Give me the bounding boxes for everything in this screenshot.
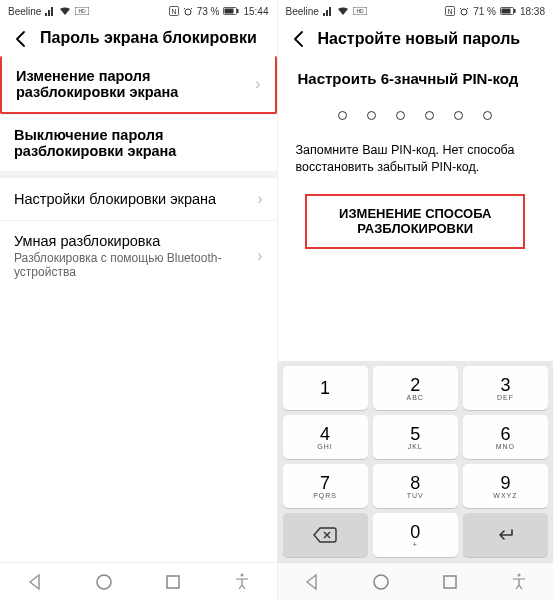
wifi-icon [59,6,71,16]
key-1[interactable]: 1 [283,366,368,410]
header: Пароль экрана блокировки [0,22,277,56]
nav-home-icon[interactable] [370,571,392,593]
item-label: Умная разблокировка [14,233,251,249]
key-backspace[interactable] [283,513,368,557]
settings-item-lock-settings[interactable]: Настройки блокировки экрана › [0,177,277,220]
carrier-label: Beeline [286,6,319,17]
alarm-icon [183,6,193,16]
back-button[interactable] [10,28,32,50]
key-6[interactable]: 6MNO [463,415,548,459]
clock-label: 18:38 [520,6,545,17]
carrier-label: Beeline [8,6,41,17]
phone-right-pin-setup: Beeline HD N 71 % 18:38 Настройте новый … [277,0,554,600]
pin-dot [338,111,347,120]
nfc-icon: N [445,6,455,16]
svg-text:N: N [448,8,453,15]
battery-label: 73 % [197,6,220,17]
svg-rect-9 [167,576,179,588]
pin-dot [367,111,376,120]
svg-point-4 [185,9,191,15]
nfc-icon: N [169,6,179,16]
page-title: Пароль экрана блокировки [40,28,257,47]
nav-recent-icon[interactable] [439,571,461,593]
svg-point-8 [97,575,111,589]
svg-rect-7 [237,9,239,13]
header: Настройте новый пароль [278,22,554,56]
svg-text:N: N [171,8,176,15]
svg-point-21 [517,573,520,576]
key-3[interactable]: 3DEF [463,366,548,410]
key-5[interactable]: 5JKL [373,415,458,459]
svg-rect-18 [514,9,516,13]
battery-label: 71 % [473,6,496,17]
change-unlock-method-button[interactable]: ИЗМЕНЕНИЕ СПОСОБА РАЗБЛОКИРОВКИ [305,194,525,249]
key-enter[interactable] [463,513,548,557]
key-8[interactable]: 8TUV [373,464,458,508]
nav-home-icon[interactable] [93,571,115,593]
pin-setup-heading: Настроить 6-значный PIN-код [278,56,554,95]
settings-item-disable-password[interactable]: Выключение пароля разблокировки экрана [0,114,277,171]
android-navbar [278,562,554,600]
nav-back-icon[interactable] [301,571,323,593]
chevron-right-icon: › [257,247,262,265]
back-button[interactable] [288,28,310,50]
item-sublabel: Разблокировка с помощью Bluetooth-устрой… [14,251,251,279]
nav-back-icon[interactable] [24,571,46,593]
item-label: Выключение пароля разблокировки экрана [14,127,263,159]
android-navbar [0,562,277,600]
key-0[interactable]: 0+ [373,513,458,557]
pin-dot [483,111,492,120]
status-bar: Beeline HD N 73 % 15:44 [0,0,277,22]
svg-rect-20 [444,576,456,588]
volte-icon: HD [353,7,367,15]
nav-accessibility-icon[interactable] [508,571,530,593]
pin-warning-text: Запомните Ваш PIN-код. Нет способа восст… [278,134,554,192]
settings-item-change-password[interactable]: Изменение пароля разблокировки экрана › [0,56,277,114]
volte-icon: HD [75,7,89,15]
chevron-right-icon: › [255,75,260,93]
nav-accessibility-icon[interactable] [231,571,253,593]
signal-icon [323,6,333,16]
svg-point-15 [461,9,467,15]
svg-point-10 [240,573,243,576]
key-9[interactable]: 9WXYZ [463,464,548,508]
svg-rect-6 [225,9,234,14]
key-7[interactable]: 7PQRS [283,464,368,508]
status-bar: Beeline HD N 71 % 18:38 [278,0,554,22]
svg-text:HD: HD [356,8,364,14]
wifi-icon [337,6,349,16]
svg-rect-17 [501,9,510,14]
key-2[interactable]: 2ABC [373,366,458,410]
pin-dot [396,111,405,120]
pin-dot [454,111,463,120]
numeric-keypad: 1 2ABC 3DEF 4GHI 5JKL 6MNO 7PQRS 8TUV 9W… [278,361,554,562]
key-4[interactable]: 4GHI [283,415,368,459]
svg-text:HD: HD [79,8,87,14]
item-label: Настройки блокировки экрана [14,191,251,207]
settings-item-smart-unlock[interactable]: Умная разблокировка Разблокировка с помо… [0,220,277,291]
chevron-right-icon: › [257,190,262,208]
alarm-icon [459,6,469,16]
nav-recent-icon[interactable] [162,571,184,593]
item-label: Изменение пароля разблокировки экрана [16,68,249,100]
svg-point-19 [374,575,388,589]
pin-indicator [278,95,554,134]
pin-dot [425,111,434,120]
phone-left-settings: Beeline HD N 73 % 15:44 Пароль экрана бл… [0,0,277,600]
battery-icon [500,7,516,15]
clock-label: 15:44 [243,6,268,17]
signal-icon [45,6,55,16]
page-title: Настройте новый пароль [318,28,521,48]
battery-icon [223,7,239,15]
